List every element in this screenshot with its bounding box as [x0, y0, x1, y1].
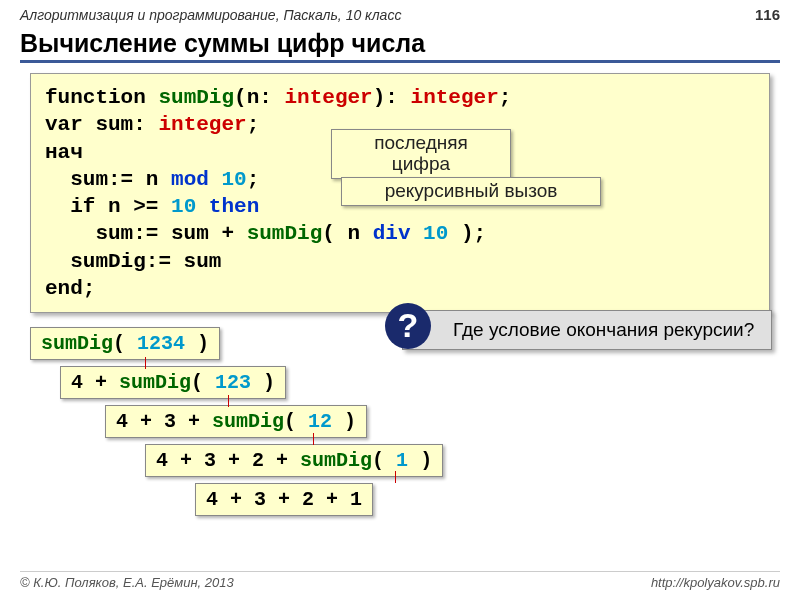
connector-line: [145, 357, 146, 369]
code-line-1: function sumDig(n: integer): integer;: [45, 84, 755, 111]
code-line-6: sum:= sum + sumDig( n div 10 );: [45, 220, 755, 247]
trace-block: sumDig( 1234 ) 4 + sumDig( 123 ) 4 + 3 +…: [30, 327, 800, 522]
code-block: function sumDig(n: integer): integer; va…: [30, 73, 770, 313]
url: http://kpolyakov.spb.ru: [651, 575, 780, 590]
header: Алгоритмизация и программирование, Паска…: [0, 0, 800, 25]
code-line-8: end;: [45, 275, 755, 302]
trace-row-1: sumDig( 1234 ): [30, 327, 220, 360]
course-title: Алгоритмизация и программирование, Паска…: [20, 7, 401, 23]
trace-row-2: 4 + sumDig( 123 ): [60, 366, 286, 399]
callout-last-digit: последняя цифра: [331, 129, 511, 179]
connector-line: [228, 395, 229, 407]
connector-line: [395, 471, 396, 483]
trace-row-4: 4 + 3 + 2 + sumDig( 1 ): [145, 444, 443, 477]
callout-recursive: рекурсивный вызов: [341, 177, 601, 206]
connector-line: [313, 433, 314, 445]
footer: © К.Ю. Поляков, Е.А. Ерёмин, 2013 http:/…: [20, 571, 780, 590]
trace-row-5: 4 + 3 + 2 + 1: [195, 483, 373, 516]
slide-title: Вычисление суммы цифр числа: [20, 29, 780, 63]
copyright: © К.Ю. Поляков, Е.А. Ерёмин, 2013: [20, 575, 234, 590]
trace-row-3: 4 + 3 + sumDig( 12 ): [105, 405, 367, 438]
code-line-7: sumDig:= sum: [45, 248, 755, 275]
page-number: 116: [755, 6, 780, 23]
